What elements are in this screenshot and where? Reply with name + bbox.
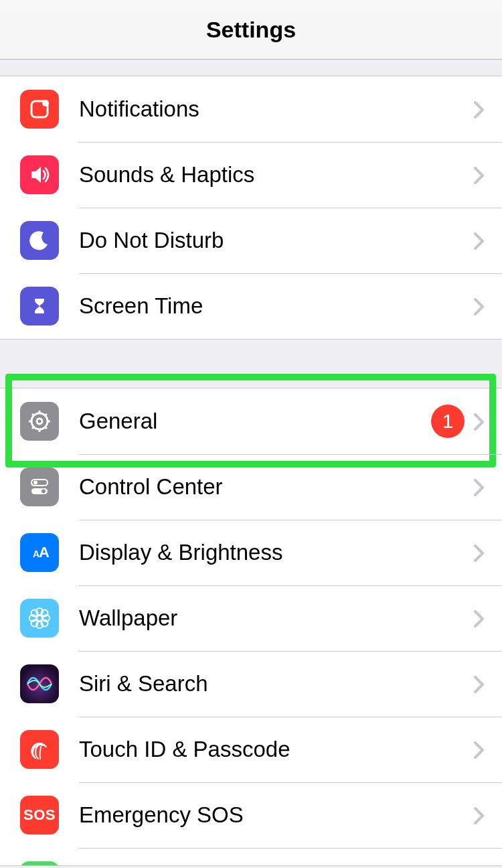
fingerprint-icon <box>20 730 59 769</box>
row-next-partial[interactable] <box>0 848 502 865</box>
svg-point-18 <box>37 616 42 621</box>
chevron-right-icon <box>474 298 490 314</box>
svg-point-3 <box>37 419 42 424</box>
row-sounds[interactable]: Sounds & Haptics <box>0 142 502 208</box>
gear-icon <box>20 402 59 441</box>
notifications-icon <box>20 90 59 129</box>
row-label: General <box>79 409 431 434</box>
nav-bar: Settings <box>0 0 502 60</box>
chevron-right-icon <box>474 413 490 429</box>
row-general[interactable]: General 1 <box>0 388 502 454</box>
chevron-right-icon <box>474 741 490 757</box>
switches-icon <box>20 467 59 506</box>
hourglass-icon <box>20 287 59 326</box>
row-label: Touch ID & Passcode <box>79 737 474 762</box>
sos-text: SOS <box>23 806 56 824</box>
chevron-right-icon <box>474 676 490 692</box>
row-siri[interactable]: Siri & Search <box>0 651 502 717</box>
section-spacer <box>0 60 502 76</box>
svg-point-1 <box>42 100 49 106</box>
page-title: Settings <box>206 17 296 43</box>
row-do-not-disturb[interactable]: Do Not Disturb <box>0 208 502 273</box>
row-label: Sounds & Haptics <box>79 162 474 188</box>
text-size-icon: AA <box>20 533 59 572</box>
chevron-right-icon <box>474 232 490 248</box>
chevron-right-icon <box>474 610 490 626</box>
row-label: Notifications <box>79 96 474 122</box>
row-wallpaper[interactable]: Wallpaper <box>0 585 502 651</box>
row-control-center[interactable]: Control Center <box>0 454 502 520</box>
row-label: Wallpaper <box>79 605 474 631</box>
row-label: Emergency SOS <box>79 802 474 828</box>
siri-icon <box>20 664 59 703</box>
moon-icon <box>20 221 59 260</box>
chevron-right-icon <box>474 167 490 183</box>
row-emergency-sos[interactable]: SOS Emergency SOS <box>0 782 502 848</box>
chevron-right-icon <box>474 101 490 117</box>
sos-icon: SOS <box>20 796 59 835</box>
notification-badge: 1 <box>431 405 465 438</box>
row-label: Screen Time <box>79 293 474 319</box>
chevron-right-icon <box>474 545 490 561</box>
svg-point-13 <box>33 481 37 485</box>
svg-point-15 <box>41 490 46 494</box>
next-icon <box>20 861 59 865</box>
row-display[interactable]: AA Display & Brightness <box>0 520 502 585</box>
svg-text:A: A <box>39 544 50 561</box>
row-label: Control Center <box>79 474 474 500</box>
chevron-right-icon <box>474 479 490 495</box>
row-label: Siri & Search <box>79 671 474 697</box>
row-screen-time[interactable]: Screen Time <box>0 273 502 339</box>
settings-group-2: General 1 Control Center AA Display & Br… <box>0 388 502 866</box>
speaker-icon <box>20 155 59 194</box>
chevron-right-icon <box>474 807 490 823</box>
section-spacer <box>0 340 502 388</box>
row-touch-id[interactable]: Touch ID & Passcode <box>0 717 502 782</box>
row-notifications[interactable]: Notifications <box>0 76 502 142</box>
settings-group-1: Notifications Sounds & Haptics Do Not Di… <box>0 76 502 340</box>
row-label: Do Not Disturb <box>79 228 474 253</box>
flower-icon <box>20 599 59 638</box>
row-label: Display & Brightness <box>79 540 474 565</box>
